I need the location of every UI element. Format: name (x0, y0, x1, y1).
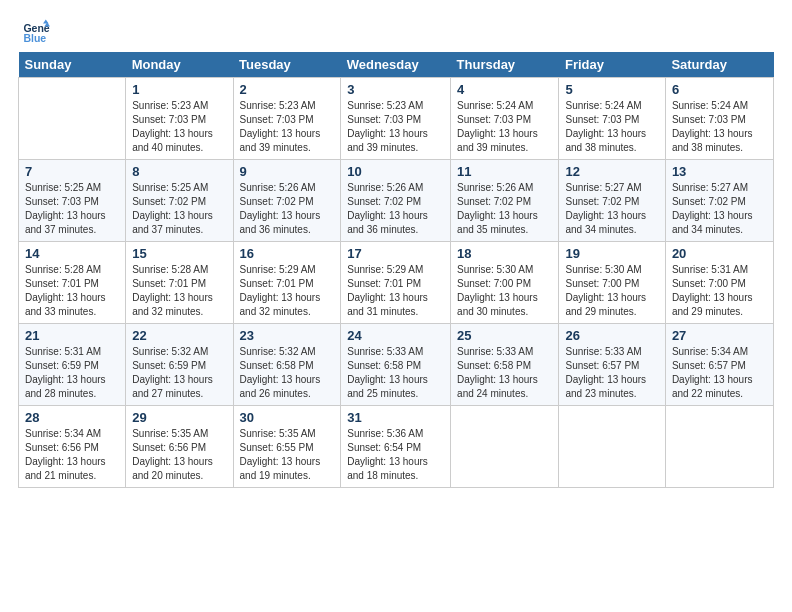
day-number: 14 (25, 246, 119, 261)
day-number: 8 (132, 164, 226, 179)
calendar-cell: 23Sunrise: 5:32 AMSunset: 6:58 PMDayligh… (233, 324, 341, 406)
day-info: Sunrise: 5:23 AMSunset: 7:03 PMDaylight:… (347, 99, 444, 155)
logo-icon: General Blue (22, 18, 50, 46)
day-info: Sunrise: 5:33 AMSunset: 6:57 PMDaylight:… (565, 345, 658, 401)
calendar-cell: 13Sunrise: 5:27 AMSunset: 7:02 PMDayligh… (665, 160, 773, 242)
day-number: 17 (347, 246, 444, 261)
calendar-cell: 22Sunrise: 5:32 AMSunset: 6:59 PMDayligh… (126, 324, 233, 406)
calendar-cell: 6Sunrise: 5:24 AMSunset: 7:03 PMDaylight… (665, 78, 773, 160)
day-info: Sunrise: 5:27 AMSunset: 7:02 PMDaylight:… (565, 181, 658, 237)
header-friday: Friday (559, 52, 665, 78)
day-info: Sunrise: 5:31 AMSunset: 6:59 PMDaylight:… (25, 345, 119, 401)
day-number: 5 (565, 82, 658, 97)
header-saturday: Saturday (665, 52, 773, 78)
day-info: Sunrise: 5:32 AMSunset: 6:59 PMDaylight:… (132, 345, 226, 401)
calendar-week-0: 1Sunrise: 5:23 AMSunset: 7:03 PMDaylight… (19, 78, 774, 160)
day-info: Sunrise: 5:29 AMSunset: 7:01 PMDaylight:… (347, 263, 444, 319)
day-number: 18 (457, 246, 552, 261)
calendar-cell: 19Sunrise: 5:30 AMSunset: 7:00 PMDayligh… (559, 242, 665, 324)
header: General Blue (18, 18, 774, 46)
calendar-cell: 8Sunrise: 5:25 AMSunset: 7:02 PMDaylight… (126, 160, 233, 242)
day-number: 22 (132, 328, 226, 343)
day-number: 29 (132, 410, 226, 425)
calendar-cell: 12Sunrise: 5:27 AMSunset: 7:02 PMDayligh… (559, 160, 665, 242)
calendar-table: SundayMondayTuesdayWednesdayThursdayFrid… (18, 52, 774, 488)
calendar-cell: 17Sunrise: 5:29 AMSunset: 7:01 PMDayligh… (341, 242, 451, 324)
day-info: Sunrise: 5:34 AMSunset: 6:56 PMDaylight:… (25, 427, 119, 483)
day-number: 7 (25, 164, 119, 179)
calendar-week-2: 14Sunrise: 5:28 AMSunset: 7:01 PMDayligh… (19, 242, 774, 324)
day-info: Sunrise: 5:33 AMSunset: 6:58 PMDaylight:… (457, 345, 552, 401)
day-number: 11 (457, 164, 552, 179)
day-number: 25 (457, 328, 552, 343)
calendar-cell (451, 406, 559, 488)
calendar-week-4: 28Sunrise: 5:34 AMSunset: 6:56 PMDayligh… (19, 406, 774, 488)
day-number: 15 (132, 246, 226, 261)
calendar-cell: 9Sunrise: 5:26 AMSunset: 7:02 PMDaylight… (233, 160, 341, 242)
day-info: Sunrise: 5:35 AMSunset: 6:55 PMDaylight:… (240, 427, 335, 483)
header-tuesday: Tuesday (233, 52, 341, 78)
day-number: 3 (347, 82, 444, 97)
svg-text:Blue: Blue (23, 32, 46, 44)
day-number: 12 (565, 164, 658, 179)
calendar-cell: 28Sunrise: 5:34 AMSunset: 6:56 PMDayligh… (19, 406, 126, 488)
calendar-cell: 16Sunrise: 5:29 AMSunset: 7:01 PMDayligh… (233, 242, 341, 324)
page: General Blue SundayMondayTuesdayWednesda… (0, 0, 792, 498)
day-number: 1 (132, 82, 226, 97)
day-info: Sunrise: 5:31 AMSunset: 7:00 PMDaylight:… (672, 263, 767, 319)
day-number: 2 (240, 82, 335, 97)
day-info: Sunrise: 5:35 AMSunset: 6:56 PMDaylight:… (132, 427, 226, 483)
day-number: 10 (347, 164, 444, 179)
day-number: 27 (672, 328, 767, 343)
day-info: Sunrise: 5:24 AMSunset: 7:03 PMDaylight:… (457, 99, 552, 155)
calendar-cell: 26Sunrise: 5:33 AMSunset: 6:57 PMDayligh… (559, 324, 665, 406)
header-sunday: Sunday (19, 52, 126, 78)
calendar-cell: 2Sunrise: 5:23 AMSunset: 7:03 PMDaylight… (233, 78, 341, 160)
day-info: Sunrise: 5:29 AMSunset: 7:01 PMDaylight:… (240, 263, 335, 319)
calendar-cell: 20Sunrise: 5:31 AMSunset: 7:00 PMDayligh… (665, 242, 773, 324)
calendar-cell: 21Sunrise: 5:31 AMSunset: 6:59 PMDayligh… (19, 324, 126, 406)
day-info: Sunrise: 5:36 AMSunset: 6:54 PMDaylight:… (347, 427, 444, 483)
day-info: Sunrise: 5:23 AMSunset: 7:03 PMDaylight:… (240, 99, 335, 155)
calendar-cell: 30Sunrise: 5:35 AMSunset: 6:55 PMDayligh… (233, 406, 341, 488)
day-info: Sunrise: 5:34 AMSunset: 6:57 PMDaylight:… (672, 345, 767, 401)
calendar-cell: 14Sunrise: 5:28 AMSunset: 7:01 PMDayligh… (19, 242, 126, 324)
calendar-week-1: 7Sunrise: 5:25 AMSunset: 7:03 PMDaylight… (19, 160, 774, 242)
day-number: 9 (240, 164, 335, 179)
day-info: Sunrise: 5:32 AMSunset: 6:58 PMDaylight:… (240, 345, 335, 401)
day-info: Sunrise: 5:23 AMSunset: 7:03 PMDaylight:… (132, 99, 226, 155)
day-info: Sunrise: 5:25 AMSunset: 7:02 PMDaylight:… (132, 181, 226, 237)
day-number: 13 (672, 164, 767, 179)
header-wednesday: Wednesday (341, 52, 451, 78)
calendar-cell (665, 406, 773, 488)
day-number: 28 (25, 410, 119, 425)
day-info: Sunrise: 5:26 AMSunset: 7:02 PMDaylight:… (347, 181, 444, 237)
header-monday: Monday (126, 52, 233, 78)
calendar-cell: 24Sunrise: 5:33 AMSunset: 6:58 PMDayligh… (341, 324, 451, 406)
calendar-cell: 31Sunrise: 5:36 AMSunset: 6:54 PMDayligh… (341, 406, 451, 488)
day-info: Sunrise: 5:28 AMSunset: 7:01 PMDaylight:… (132, 263, 226, 319)
day-info: Sunrise: 5:25 AMSunset: 7:03 PMDaylight:… (25, 181, 119, 237)
calendar-header-row: SundayMondayTuesdayWednesdayThursdayFrid… (19, 52, 774, 78)
calendar-cell: 15Sunrise: 5:28 AMSunset: 7:01 PMDayligh… (126, 242, 233, 324)
calendar-cell (19, 78, 126, 160)
day-info: Sunrise: 5:26 AMSunset: 7:02 PMDaylight:… (457, 181, 552, 237)
logo: General Blue (18, 18, 50, 46)
day-number: 6 (672, 82, 767, 97)
day-info: Sunrise: 5:27 AMSunset: 7:02 PMDaylight:… (672, 181, 767, 237)
day-info: Sunrise: 5:26 AMSunset: 7:02 PMDaylight:… (240, 181, 335, 237)
calendar-cell: 7Sunrise: 5:25 AMSunset: 7:03 PMDaylight… (19, 160, 126, 242)
calendar-cell: 27Sunrise: 5:34 AMSunset: 6:57 PMDayligh… (665, 324, 773, 406)
day-info: Sunrise: 5:24 AMSunset: 7:03 PMDaylight:… (565, 99, 658, 155)
calendar-cell: 5Sunrise: 5:24 AMSunset: 7:03 PMDaylight… (559, 78, 665, 160)
day-info: Sunrise: 5:24 AMSunset: 7:03 PMDaylight:… (672, 99, 767, 155)
day-number: 24 (347, 328, 444, 343)
day-info: Sunrise: 5:30 AMSunset: 7:00 PMDaylight:… (565, 263, 658, 319)
calendar-cell: 10Sunrise: 5:26 AMSunset: 7:02 PMDayligh… (341, 160, 451, 242)
day-number: 23 (240, 328, 335, 343)
calendar-cell: 1Sunrise: 5:23 AMSunset: 7:03 PMDaylight… (126, 78, 233, 160)
calendar-week-3: 21Sunrise: 5:31 AMSunset: 6:59 PMDayligh… (19, 324, 774, 406)
day-number: 26 (565, 328, 658, 343)
header-thursday: Thursday (451, 52, 559, 78)
day-info: Sunrise: 5:28 AMSunset: 7:01 PMDaylight:… (25, 263, 119, 319)
